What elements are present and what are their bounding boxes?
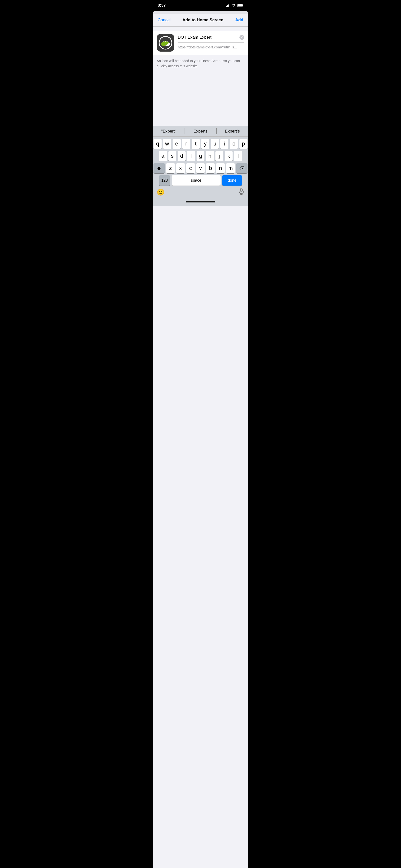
key-z[interactable]: z — [166, 163, 175, 173]
key-i[interactable]: i — [220, 138, 228, 149]
sheet-handle — [153, 11, 248, 14]
key-n[interactable]: n — [216, 163, 225, 173]
key-d[interactable]: d — [178, 151, 185, 161]
key-r[interactable]: r — [182, 138, 190, 149]
key-q[interactable]: q — [153, 138, 162, 149]
app-name-input[interactable] — [178, 35, 237, 40]
app-row: https://dotexamexpert.com/?utm_s... — [157, 34, 244, 52]
backspace-key[interactable] — [236, 163, 248, 173]
sheet-title: Add to Home Screen — [182, 18, 223, 23]
numbers-label: 123 — [161, 178, 168, 183]
key-p[interactable]: p — [239, 138, 248, 149]
shift-icon — [157, 166, 161, 170]
key-f[interactable]: f — [187, 151, 195, 161]
backspace-icon — [239, 166, 244, 170]
autocomplete-item-1[interactable]: Experts — [184, 126, 217, 136]
key-h[interactable]: h — [206, 151, 214, 161]
key-t[interactable]: t — [192, 138, 200, 149]
numbers-key[interactable]: 123 — [159, 175, 170, 186]
key-j[interactable]: j — [216, 151, 223, 161]
app-icon-svg — [157, 34, 174, 52]
description-text: An icon will be added to your Home Scree… — [153, 55, 248, 72]
svg-rect-7 — [240, 188, 242, 192]
key-k[interactable]: k — [225, 151, 233, 161]
clear-button[interactable] — [239, 35, 244, 40]
wifi-icon — [232, 4, 236, 7]
gray-space — [153, 72, 248, 126]
emoji-button[interactable]: 🙂 — [157, 188, 165, 196]
key-a[interactable]: a — [159, 151, 167, 161]
app-section: https://dotexamexpert.com/?utm_s... — [153, 31, 248, 55]
add-to-home-sheet: Cancel Add to Home Screen Add — [153, 14, 248, 868]
signal-icon — [226, 4, 230, 7]
home-pill — [186, 201, 215, 203]
status-time: 8:37 — [157, 3, 166, 8]
name-row — [178, 35, 244, 42]
status-icons — [226, 4, 244, 7]
space-label: space — [191, 178, 201, 183]
autocomplete-item-2[interactable]: Expert's — [217, 126, 248, 136]
space-key[interactable]: space — [172, 175, 221, 186]
keyboard: "Expert" Experts Expert's q w e r t y u … — [153, 126, 248, 197]
microphone-button[interactable] — [238, 188, 244, 196]
app-info: https://dotexamexpert.com/?utm_s... — [178, 34, 244, 49]
battery-icon — [237, 4, 244, 7]
key-row-4: 123 space done — [153, 175, 248, 186]
key-m[interactable]: m — [226, 163, 235, 173]
shift-key[interactable] — [153, 163, 165, 173]
key-l[interactable]: l — [234, 151, 242, 161]
key-row-1: q w e r t y u i o p — [153, 138, 248, 149]
done-key[interactable]: done — [222, 175, 242, 186]
cancel-button[interactable]: Cancel — [157, 18, 171, 23]
add-button[interactable]: Add — [235, 18, 244, 23]
key-g[interactable]: g — [197, 151, 204, 161]
home-indicator — [153, 197, 248, 206]
autocomplete-row: "Expert" Experts Expert's — [153, 126, 248, 137]
bottom-keyboard-row: 🙂 — [153, 187, 248, 197]
key-v[interactable]: v — [196, 163, 205, 173]
key-e[interactable]: e — [173, 138, 181, 149]
key-row-3: z x c v b n m — [153, 163, 248, 173]
app-icon — [157, 34, 174, 52]
key-o[interactable]: o — [230, 138, 238, 149]
key-u[interactable]: u — [211, 138, 219, 149]
key-b[interactable]: b — [206, 163, 215, 173]
app-url: https://dotexamexpert.com/?utm_s... — [178, 45, 244, 49]
sheet-header: Cancel Add to Home Screen Add — [153, 14, 248, 27]
key-c[interactable]: c — [186, 163, 195, 173]
keyboard-rows: q w e r t y u i o p a s d f g h j — [153, 137, 248, 187]
key-y[interactable]: y — [201, 138, 209, 149]
status-bar: 8:37 — [153, 0, 248, 11]
svg-rect-1 — [238, 4, 242, 7]
microphone-icon — [238, 188, 244, 195]
key-row-2: a s d f g h j k l — [153, 151, 248, 161]
key-x[interactable]: x — [176, 163, 185, 173]
autocomplete-item-0[interactable]: "Expert" — [153, 126, 184, 136]
done-label: done — [228, 178, 236, 183]
key-w[interactable]: w — [163, 138, 171, 149]
key-s[interactable]: s — [168, 151, 176, 161]
